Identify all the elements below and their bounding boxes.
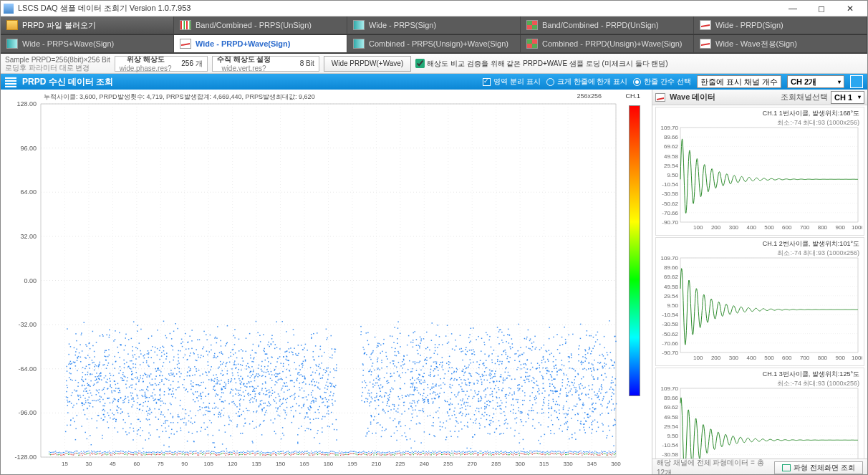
wave-subchart-1[interactable]: CH.1 2번사이클, 발생위치:101°도최소:-74 최대:93 (1000…	[655, 237, 864, 366]
tab-r1-4[interactable]: Wide - PRPD(Sign)	[694, 16, 867, 34]
svg-rect-1834	[472, 398, 473, 399]
wide-prpdw-button[interactable]: Wide PRPDW(+Wave)	[324, 56, 411, 72]
svg-rect-2453	[462, 350, 463, 352]
prpd-scatter-chart[interactable]: 128.0096.0064.0032.000.00-32.00-64.00-96…	[1, 90, 652, 475]
channel-count-combo[interactable]: CH 2개▾	[787, 75, 844, 88]
compare-checkbox[interactable]: 해상도 비교 검증을 위해 같은 PRPD+WAVE 샘플 로딩 (미체크시 둘…	[415, 59, 667, 69]
wave-scroll[interactable]: CH.1 1번사이클, 발생위치:168°도최소:-74 최대:93 (1000…	[652, 105, 867, 459]
svg-rect-2515	[416, 383, 418, 384]
toggle-button[interactable]	[850, 75, 863, 88]
svg-rect-3990	[574, 454, 575, 454]
svg-rect-708	[168, 380, 170, 381]
svg-text:69.62: 69.62	[664, 404, 679, 411]
svg-rect-2285	[415, 389, 416, 390]
svg-rect-655	[253, 358, 254, 360]
wave-ch-combo[interactable]: CH 1 ▾	[831, 91, 864, 104]
svg-rect-1925	[481, 379, 482, 380]
svg-rect-1509	[149, 419, 150, 421]
svg-rect-2700	[514, 360, 516, 361]
svg-rect-1131	[120, 366, 121, 368]
opt-area-check[interactable]: 영역 분리 표시	[483, 77, 541, 87]
svg-rect-278	[136, 372, 138, 373]
svg-rect-1477	[163, 403, 165, 404]
svg-rect-703	[67, 412, 69, 413]
svg-rect-1538	[100, 373, 102, 374]
tab-r2-4[interactable]: Wide - Wave전용(Sign)	[694, 35, 867, 53]
svg-rect-2907	[448, 364, 450, 365]
svg-rect-948	[269, 396, 270, 398]
svg-rect-1747	[452, 415, 453, 416]
tab-r2-1[interactable]: Wide - PRPD+Wave(Sign)	[174, 35, 347, 53]
svg-rect-1796	[478, 393, 479, 395]
svg-rect-520	[171, 345, 173, 347]
svg-rect-2527	[375, 383, 377, 384]
wave-fullscreen-button[interactable]: 파형 전체화면 조회	[774, 461, 863, 474]
svg-rect-3774	[436, 455, 437, 456]
svg-rect-2753	[483, 390, 485, 392]
tab-r1-1[interactable]: Band/Combined - PRPS(UnSign)	[174, 16, 347, 34]
svg-rect-2048	[613, 390, 614, 391]
svg-rect-2705	[544, 390, 546, 392]
maximize-button[interactable]: ◻	[807, 1, 836, 16]
svg-rect-1875	[378, 385, 380, 387]
svg-rect-1953	[412, 403, 413, 404]
svg-rect-1098	[213, 355, 215, 357]
svg-rect-121	[222, 443, 223, 445]
opt-single-radio[interactable]: 크게 한줄에 한개 표시	[546, 77, 627, 87]
svg-rect-378	[173, 381, 174, 383]
tab-r1-3[interactable]: Band/Combined - PRPD(UnSign)	[521, 16, 694, 34]
svg-rect-3804	[455, 454, 456, 454]
svg-rect-1074	[85, 368, 86, 370]
close-button[interactable]: ✕	[836, 1, 864, 16]
minimize-button[interactable]: —	[778, 1, 807, 16]
svg-rect-2627	[612, 380, 613, 381]
svg-rect-2289	[550, 374, 551, 375]
svg-rect-3233	[91, 451, 92, 451]
svg-rect-1390	[311, 338, 312, 340]
svg-rect-1547	[217, 383, 218, 385]
svg-rect-1778	[369, 406, 370, 407]
svg-rect-332	[246, 337, 247, 339]
svg-rect-2462	[506, 352, 507, 353]
svg-rect-424	[124, 402, 125, 403]
svg-rect-2480	[518, 390, 519, 392]
wave-subchart-2[interactable]: CH.1 3번사이클, 발생위치:125°도최소:-74 최대:93 (1000…	[655, 368, 864, 459]
svg-rect-3214	[78, 455, 79, 456]
svg-rect-3093	[450, 436, 452, 437]
svg-rect-598	[99, 389, 100, 390]
svg-rect-3159	[397, 327, 399, 329]
svg-rect-2709	[481, 400, 482, 401]
svg-rect-3886	[508, 454, 508, 455]
svg-rect-1239	[149, 383, 150, 384]
svg-rect-748	[196, 384, 198, 385]
svg-rect-1100	[146, 389, 148, 390]
svg-rect-1230	[200, 393, 201, 395]
svg-rect-3317	[145, 452, 145, 453]
svg-rect-2232	[559, 410, 560, 411]
svg-rect-3040	[580, 399, 582, 400]
tab-r2-2[interactable]: Combined - PRPS(Unsign)+Wave(Sign)	[347, 35, 521, 53]
svg-rect-2886	[547, 359, 549, 360]
svg-rect-2171	[486, 332, 487, 334]
tab-r2-0[interactable]: Wide - PRPS+Wave(Sign)	[1, 35, 174, 53]
tab-r2-3[interactable]: Combined - PRPD(Unsign)+Wave(Sign)	[521, 35, 694, 53]
svg-rect-2943	[568, 356, 569, 358]
svg-rect-2562	[373, 419, 375, 421]
svg-rect-3404	[200, 453, 201, 454]
control-bar: Sample PRPD=256(8bit)×256 Bit 로딩후 파라미터 대…	[1, 54, 867, 74]
svg-rect-1770	[501, 363, 503, 365]
tab-r1-0[interactable]: PRPD 파일 불러오기	[1, 16, 174, 34]
svg-rect-2933	[501, 361, 503, 363]
svg-rect-179	[304, 390, 305, 392]
svg-rect-3300	[133, 454, 134, 455]
svg-rect-968	[101, 397, 102, 398]
svg-rect-3757	[426, 451, 427, 452]
svg-rect-118	[238, 390, 239, 391]
svg-rect-2948	[450, 398, 451, 400]
svg-rect-276	[157, 429, 158, 431]
tab-r1-2[interactable]: Wide - PRPS(Sign)	[347, 16, 521, 34]
wave-subchart-0[interactable]: CH.1 1번사이클, 발생위치:168°도최소:-74 최대:93 (1000…	[655, 107, 864, 236]
svg-rect-858	[203, 382, 204, 383]
svg-rect-2135	[488, 356, 490, 358]
opt-half-radio[interactable]: 한줄 간수 선택	[633, 77, 691, 87]
